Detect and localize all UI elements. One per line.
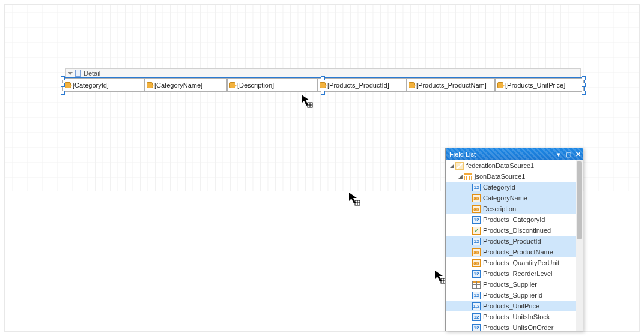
field-tag-icon bbox=[497, 82, 503, 88]
tree-row-products_quantityperunit[interactable]: abProducts_QuantityPerUnit bbox=[446, 257, 576, 268]
field-cell-label: [Description] bbox=[237, 82, 274, 89]
vertical-scrollbar[interactable] bbox=[576, 160, 583, 331]
tree-node-icon: ab bbox=[472, 194, 481, 202]
tree-row-products_productname[interactable]: abProducts_ProductName bbox=[446, 247, 576, 257]
tree-node-icon bbox=[464, 173, 472, 180]
panel-titlebar[interactable]: Field List ▾ ▢ ✕ bbox=[446, 148, 583, 160]
resize-handle-ne[interactable] bbox=[582, 76, 586, 80]
tree-node-label: Products_QuantityPerUnit bbox=[483, 259, 559, 266]
field-tree[interactable]: ◢federationDataSource1◢jsonDataSource112… bbox=[446, 160, 576, 331]
tree-node-icon: ab bbox=[472, 259, 481, 267]
design-surface[interactable]: Detail [CategoryId][CategoryName][Descri… bbox=[4, 4, 640, 332]
resize-handle-e[interactable] bbox=[582, 83, 586, 87]
tree-row-description[interactable]: abDescription bbox=[446, 203, 576, 214]
field-list-panel[interactable]: Field List ▾ ▢ ✕ ◢federationDataSource1◢… bbox=[445, 148, 583, 331]
tree-node-label: Products_Discontinued bbox=[483, 227, 551, 234]
resize-handle-se[interactable] bbox=[582, 91, 586, 95]
field-cell-label: [Products_UnitPrice] bbox=[505, 82, 565, 89]
field-tag-icon bbox=[65, 82, 71, 88]
tree-node-label: Products_Supplier bbox=[483, 281, 537, 288]
resize-handle-nw[interactable] bbox=[61, 76, 65, 80]
panel-maximize-button[interactable]: ▢ bbox=[564, 149, 573, 159]
field-cell-label: [CategoryName] bbox=[154, 82, 202, 89]
tree-row-source[interactable]: ◢jsonDataSource1 bbox=[446, 171, 576, 182]
band-icon bbox=[75, 70, 81, 77]
panel-body: ◢federationDataSource1◢jsonDataSource112… bbox=[446, 160, 583, 331]
field-tag-icon bbox=[320, 82, 326, 88]
tree-row-products_supplierid[interactable]: 12Products_SupplierId bbox=[446, 290, 576, 301]
tree-node-icon: ab bbox=[472, 205, 481, 213]
tree-node-icon bbox=[455, 162, 464, 170]
panel-title-label: Field List bbox=[449, 151, 476, 158]
svg-rect-3 bbox=[355, 200, 360, 205]
tree-expander-icon[interactable]: ◢ bbox=[457, 173, 464, 179]
field-cell-categoryid[interactable]: [CategoryId] bbox=[62, 78, 144, 92]
tree-node-icon: ✓ bbox=[472, 227, 481, 235]
tree-node-icon: 12 bbox=[472, 216, 481, 224]
collapse-triangle-icon[interactable] bbox=[68, 72, 73, 75]
tree-row-products_unitprice[interactable]: 1,2Products_UnitPrice bbox=[446, 301, 576, 311]
tree-node-label: federationDataSource1 bbox=[466, 162, 534, 169]
panel-menu-button[interactable]: ▾ bbox=[554, 149, 564, 159]
tree-node-icon: 12 bbox=[472, 238, 481, 245]
field-tag-icon bbox=[147, 82, 153, 88]
resize-handle-sw[interactable] bbox=[61, 91, 65, 95]
tree-node-label: Products_SupplierId bbox=[483, 292, 542, 299]
tree-row-products_categoryid[interactable]: 12Products_CategoryId bbox=[446, 214, 576, 225]
field-cell-products_productid[interactable]: [Products_ProductId] bbox=[317, 78, 406, 92]
drag-cursor-icon bbox=[348, 191, 362, 206]
field-cell-products_productname[interactable]: [Products_ProductNam] bbox=[406, 78, 495, 92]
tree-row-products_discontinued[interactable]: ✓Products_Discontinued bbox=[446, 225, 576, 236]
tree-node-label: Products_ProductName bbox=[483, 248, 553, 256]
band-label: Detail bbox=[84, 70, 100, 77]
tree-row-categoryid[interactable]: 12CategoryId bbox=[446, 182, 576, 193]
tree-node-icon: 12 bbox=[472, 184, 481, 191]
tree-node-icon bbox=[472, 281, 481, 289]
tree-node-label: Products_UnitsInStock bbox=[483, 313, 550, 320]
margin-ruler-left bbox=[65, 5, 65, 191]
tree-node-icon: 12 bbox=[472, 292, 481, 299]
tree-node-icon: 12 bbox=[472, 270, 481, 278]
tree-node-label: Products_UnitPrice bbox=[483, 302, 539, 310]
field-cell-label: [Products_ProductNam] bbox=[416, 82, 487, 89]
tree-row-products_reorderlevel[interactable]: 12Products_ReorderLevel bbox=[446, 268, 576, 279]
tree-node-label: Description bbox=[483, 205, 516, 212]
tree-node-icon: 12 bbox=[472, 324, 481, 331]
field-tag-icon bbox=[229, 82, 235, 88]
tree-node-label: jsonDataSource1 bbox=[475, 173, 525, 180]
field-cell-description[interactable]: [Description] bbox=[227, 78, 317, 92]
scrollbar-thumb[interactable] bbox=[577, 161, 582, 239]
tree-row-products_unitsinstock[interactable]: 12Products_UnitsInStock bbox=[446, 311, 576, 322]
tree-node-icon: 1,2 bbox=[472, 302, 481, 310]
tree-node-label: CategoryId bbox=[483, 184, 515, 191]
margin-ruler-top bbox=[5, 65, 639, 65]
tree-node-label: Products_ProductId bbox=[483, 238, 541, 245]
margin-ruler-bottom bbox=[5, 137, 639, 137]
field-cell-categoryname[interactable]: [CategoryName] bbox=[144, 78, 227, 92]
tree-node-label: CategoryName bbox=[483, 194, 527, 202]
field-cell-products_unitprice[interactable]: [Products_UnitPrice] bbox=[495, 78, 584, 92]
tree-expander-icon[interactable]: ◢ bbox=[448, 163, 455, 169]
tree-row-root[interactable]: ◢federationDataSource1 bbox=[446, 160, 576, 171]
panel-close-button[interactable]: ✕ bbox=[573, 149, 583, 159]
tree-node-label: Products_UnitsOnOrder bbox=[483, 324, 553, 331]
field-tag-icon bbox=[409, 82, 415, 88]
field-cell-label: [CategoryId] bbox=[73, 82, 109, 89]
tree-node-label: Products_CategoryId bbox=[483, 216, 545, 223]
tree-row-products_productid[interactable]: 12Products_ProductId bbox=[446, 236, 576, 247]
tree-node-label: Products_ReorderLevel bbox=[483, 270, 553, 277]
tree-node-icon: ab bbox=[472, 248, 481, 256]
tree-row-products_unitsonorder[interactable]: 12Products_UnitsOnOrder bbox=[446, 322, 576, 331]
tree-node-icon: 12 bbox=[472, 313, 481, 321]
resize-handle-w[interactable] bbox=[61, 83, 65, 87]
tree-row-categoryname[interactable]: abCategoryName bbox=[446, 193, 576, 203]
resize-handle-s[interactable] bbox=[321, 91, 325, 95]
resize-handle-n[interactable] bbox=[321, 76, 325, 80]
field-cell-label: [Products_ProductId] bbox=[327, 82, 389, 89]
tree-row-products_supplier[interactable]: Products_Supplier bbox=[446, 279, 576, 290]
